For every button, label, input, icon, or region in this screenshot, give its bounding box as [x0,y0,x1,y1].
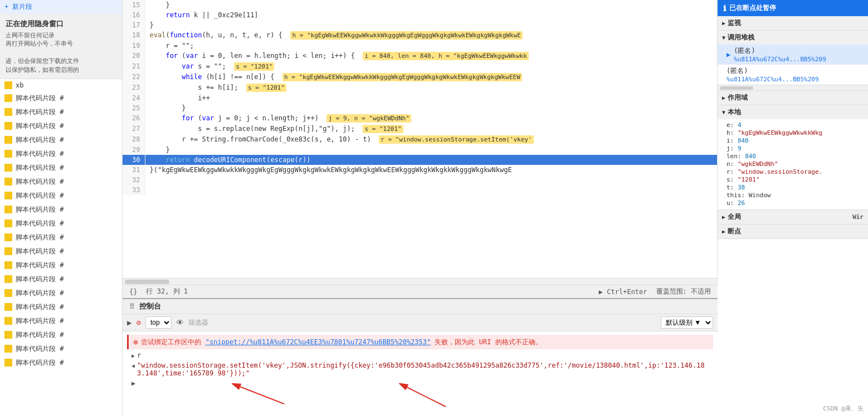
sidebar-item-9[interactable]: 脚本代码片段 # [0,203,122,217]
local-header[interactable]: ▼ 本地 [718,105,868,119]
sidebar-item-20[interactable]: 脚本代码片段 # [0,356,122,370]
info-icon: ℹ [723,4,726,13]
call-stack-arrow-icon: ▼ [722,35,725,41]
sidebar-item-15[interactable]: 脚本代码片段 # [0,286,122,300]
sidebar-item-2[interactable]: 脚本代码片段 # [0,105,122,119]
code-view[interactable]: 15 } 16 return k || _0xc29e[11] 17 } [123,0,717,278]
code-line-20: 20 for (var i = 0, len = h.length; i < l… [123,51,717,61]
call-stack-item-1[interactable]: ▶ (匿名) %u811A%u672C%u4...BB5%209 [718,45,868,65]
code-line-27: 27 s = s.replace(new RegExp(n[j],"g"), j… [123,124,717,134]
code-line-18: 18 eval(function(h, u, n, t, e, r) { h =… [123,30,717,41]
error-line: ⊗ 尝试绑定工作区中的 "snippet://%u811A%u672C%u4EE… [127,335,713,349]
sidebar-item-13[interactable]: 脚本代码片段 # [0,258,122,272]
breakpoints-section: ▶ 断点 [718,224,868,239]
coverage-label: 覆盖范围: 不适用 [656,287,711,296]
code-line-23: 23 s += h[i]; s = "1201" [123,82,717,93]
file-icon [4,192,12,199]
sidebar-item-label: xb [16,81,23,89]
sidebar-item-8[interactable]: 脚本代码片段 # [0,189,122,203]
code-scrollbar-h[interactable] [123,278,717,285]
incognito-text: 止网不留任何记录 再打开网站小号，不串号 迹，但会保留您下载的文件 以保护隐私，… [6,31,116,74]
file-icon [4,359,12,367]
console-value-r: r [137,351,141,359]
console-drag-icon: ⠿ [129,302,135,311]
global-section: ▶ 全局 Wir [718,210,868,224]
call-stack-header[interactable]: ▼ 调用堆栈 [718,31,868,45]
console-level-select[interactable]: 默认级别 ▼ [661,316,713,329]
sidebar-item-19[interactable]: 脚本代码片段 # [0,342,122,356]
sidebar: + 新片段 正在使用隐身窗口 止网不留任何记录 再打开网站小号，不串号 迹，但会… [0,0,123,415]
format-button[interactable]: {} [129,288,137,296]
console-run-icon[interactable]: ▶ [127,318,131,327]
sidebar-item-17[interactable]: 脚本代码片段 # [0,314,122,328]
editor-area: 15 } 16 return k || _0xc29e[11] 17 } [123,0,718,285]
scope-header[interactable]: ▶ 作用域 [718,91,868,105]
file-icon [4,178,12,185]
sidebar-item-11[interactable]: 脚本代码片段 # [0,231,122,245]
scope-values: e: 4 h: "kgEgWkwEEWkggwWkwkkWkg i: 840 j… [718,119,868,209]
sidebar-item-10[interactable]: 脚本代码片段 # [0,217,122,231]
sidebar-item-6[interactable]: 脚本代码片段 # [0,161,122,175]
scope-t: t: 38 [726,184,864,191]
watch-header[interactable]: ▶ 监视 [718,16,868,30]
console-context-select[interactable]: top [145,316,172,329]
scope-e: e: 4 [726,121,864,129]
file-icon [4,345,12,353]
result-arrow-icon: ◀ [131,363,135,369]
editor-panel: 15 } 16 return k || _0xc29e[11] 17 } [123,0,718,415]
file-icon [4,331,12,339]
call-stack-item-2[interactable]: (匿名) %u811A%u672C%u4...BB5%209 [718,65,868,85]
file-icon [4,81,12,89]
scope-u: u: 26 [726,199,864,207]
right-scrollbar-thumb[interactable] [720,86,753,90]
sidebar-item-1[interactable]: 脚本代码片段 # [0,91,122,105]
error-link[interactable]: "snippet://%u811A%u672C%u4EE3%u7801%u724… [206,338,431,346]
right-scrollbar[interactable] [718,85,868,91]
sidebar-item-xb[interactable]: xb [0,79,122,91]
global-header[interactable]: ▶ 全局 Wir [718,210,868,224]
scrollbar-thumb[interactable] [125,280,169,284]
global-val: Wir [852,213,864,221]
sidebar-item-16[interactable]: 脚本代码片段 # [0,300,122,314]
console-input[interactable] [139,379,709,387]
main-area: + 新片段 正在使用隐身窗口 止网不留任何记录 再打开网站小号，不串号 迹，但会… [0,0,868,415]
scope-len: len: 840 [726,153,864,160]
code-line-25: 25 } [123,103,717,113]
scope-n: n: "wgkEWDdNh" [726,160,864,168]
console-filter-label: 筛选器 [188,318,208,328]
right-scrollable[interactable]: ▶ 监视 ▼ 调用堆栈 ▶ (匿名) %u811A%u672C%u4...BB5… [718,16,868,415]
add-snippet-button[interactable]: + 新片段 [0,0,122,14]
console-input-line[interactable]: ▶ [127,378,713,388]
code-line-19: 19 r = ""; [123,41,717,51]
console-toolbar: ▶ ⊘ top 👁 筛选器 默认级别 ▼ [123,314,718,331]
call-stack-name-1: (匿名) [734,46,826,56]
call-stack-name-2: (匿名) [726,66,819,76]
console-stop-icon[interactable]: ⊘ [136,318,140,327]
sidebar-item-14[interactable]: 脚本代码片段 # [0,272,122,286]
sidebar-item-12[interactable]: 脚本代码片段 # [0,245,122,258]
file-icon [4,233,12,241]
run-button[interactable]: ▶ Ctrl+Enter [599,288,647,296]
breakpoints-header[interactable]: ▶ 断点 [718,224,868,238]
scope-s: s: "1201" [726,176,864,183]
console-line-r: ▶ r [127,350,713,360]
console-eye-icon[interactable]: 👁 [176,318,184,327]
call-stack-detail-2: %u811A%u672C%u4...BB5%209 [726,76,819,83]
breakpoints-label: 断点 [728,227,741,236]
scope-h: h: "kgEgWkwEEWkggwWkwkkWkg [726,129,864,136]
status-bar: {} 行 32, 列 1 ▶ Ctrl+Enter 覆盖范围: 不适用 [123,285,718,298]
local-label: 本地 [728,108,741,117]
sidebar-item-18[interactable]: 脚本代码片段 # [0,328,122,342]
watch-arrow-icon: ▶ [722,20,725,26]
code-line-15: 15 } [123,0,717,10]
sidebar-item-4[interactable]: 脚本代码片段 # [0,133,122,147]
sidebar-item-5[interactable]: 脚本代码片段 # [0,147,122,161]
code-line-28: 28 r += String.fromCharCode(_0xe83c(s, e… [123,134,717,145]
incognito-title: 正在使用隐身窗口 [6,19,116,29]
expand-arrow-icon[interactable]: ▶ [131,353,135,359]
scope-i: i: 840 [726,137,864,144]
add-snippet-label: + 新片段 [4,2,32,12]
scope-r: r: "window.sessionStorage. [726,168,864,175]
sidebar-item-7[interactable]: 脚本代码片段 # [0,175,122,189]
sidebar-item-3[interactable]: 脚本代码片段 # [0,119,122,133]
